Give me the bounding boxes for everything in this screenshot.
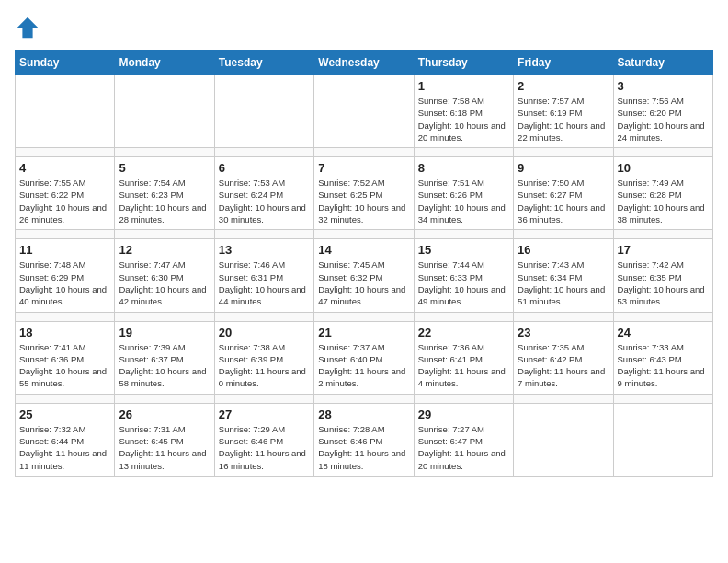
day-info: Sunrise: 7:50 AM Sunset: 6:27 PM Dayligh… (518, 177, 609, 225)
day-number: 2 (518, 79, 609, 93)
day-number: 8 (418, 161, 509, 175)
day-info: Sunrise: 7:46 AM Sunset: 6:31 PM Dayligh… (219, 259, 310, 307)
calendar-cell: 3Sunrise: 7:56 AM Sunset: 6:20 PM Daylig… (613, 75, 712, 148)
day-number: 5 (119, 161, 210, 175)
day-number: 24 (618, 326, 709, 339)
day-info: Sunrise: 7:27 AM Sunset: 6:47 PM Dayligh… (418, 423, 509, 472)
week-row-2: 4Sunrise: 7:55 AM Sunset: 6:22 PM Daylig… (16, 157, 713, 230)
day-number: 25 (19, 408, 110, 421)
calendar-cell: 28Sunrise: 7:28 AM Sunset: 6:46 PM Dayli… (314, 403, 414, 476)
calendar: SundayMondayTuesdayWednesdayThursdayFrid… (15, 50, 713, 477)
day-info: Sunrise: 7:53 AM Sunset: 6:24 PM Dayligh… (219, 177, 310, 225)
separator-row (16, 148, 713, 157)
header (15, 15, 713, 40)
logo (15, 15, 44, 40)
calendar-cell: 1Sunrise: 7:58 AM Sunset: 6:18 PM Daylig… (414, 75, 513, 148)
separator-row (16, 312, 713, 321)
calendar-cell: 15Sunrise: 7:44 AM Sunset: 6:33 PM Dayli… (414, 239, 513, 312)
day-info: Sunrise: 7:54 AM Sunset: 6:23 PM Dayligh… (119, 177, 210, 225)
calendar-cell: 25Sunrise: 7:32 AM Sunset: 6:44 PM Dayli… (16, 403, 115, 476)
calendar-cell: 20Sunrise: 7:38 AM Sunset: 6:39 PM Dayli… (214, 321, 313, 394)
day-number: 22 (418, 326, 509, 339)
day-number: 15 (418, 243, 509, 257)
day-number: 12 (119, 243, 210, 257)
week-row-1: 1Sunrise: 7:58 AM Sunset: 6:18 PM Daylig… (16, 75, 713, 148)
day-number: 16 (518, 243, 609, 257)
week-row-5: 25Sunrise: 7:32 AM Sunset: 6:44 PM Dayli… (16, 403, 713, 476)
day-number: 9 (518, 161, 609, 175)
day-number: 29 (418, 408, 509, 421)
week-row-3: 11Sunrise: 7:48 AM Sunset: 6:29 PM Dayli… (16, 239, 713, 312)
day-info: Sunrise: 7:58 AM Sunset: 6:18 PM Dayligh… (418, 95, 509, 144)
calendar-cell (16, 75, 115, 148)
calendar-cell: 23Sunrise: 7:35 AM Sunset: 6:42 PM Dayli… (514, 321, 613, 394)
day-info: Sunrise: 7:42 AM Sunset: 6:35 PM Dayligh… (618, 259, 709, 307)
calendar-cell: 24Sunrise: 7:33 AM Sunset: 6:43 PM Dayli… (613, 321, 712, 394)
weekday-saturday: Saturday (613, 51, 712, 75)
calendar-cell (115, 75, 214, 148)
calendar-cell: 7Sunrise: 7:52 AM Sunset: 6:25 PM Daylig… (314, 157, 414, 230)
weekday-thursday: Thursday (414, 51, 513, 75)
day-info: Sunrise: 7:52 AM Sunset: 6:25 PM Dayligh… (318, 177, 409, 225)
day-number: 13 (219, 243, 310, 257)
calendar-cell: 16Sunrise: 7:43 AM Sunset: 6:34 PM Dayli… (514, 239, 613, 312)
day-number: 26 (119, 408, 210, 421)
weekday-sunday: Sunday (16, 51, 115, 75)
calendar-cell: 29Sunrise: 7:27 AM Sunset: 6:47 PM Dayli… (414, 403, 513, 476)
calendar-cell: 5Sunrise: 7:54 AM Sunset: 6:23 PM Daylig… (115, 157, 214, 230)
day-info: Sunrise: 7:43 AM Sunset: 6:34 PM Dayligh… (518, 259, 609, 307)
calendar-cell: 22Sunrise: 7:36 AM Sunset: 6:41 PM Dayli… (414, 321, 513, 394)
day-number: 20 (219, 326, 310, 339)
day-number: 23 (518, 326, 609, 339)
day-info: Sunrise: 7:38 AM Sunset: 6:39 PM Dayligh… (219, 341, 310, 390)
day-info: Sunrise: 7:51 AM Sunset: 6:26 PM Dayligh… (418, 177, 509, 225)
day-info: Sunrise: 7:44 AM Sunset: 6:33 PM Dayligh… (418, 259, 509, 307)
day-number: 28 (318, 408, 409, 421)
day-number: 6 (219, 161, 310, 175)
day-number: 4 (19, 161, 110, 175)
calendar-cell (214, 75, 313, 148)
calendar-cell: 17Sunrise: 7:42 AM Sunset: 6:35 PM Dayli… (613, 239, 712, 312)
calendar-cell (314, 75, 414, 148)
weekday-tuesday: Tuesday (214, 51, 313, 75)
logo-icon (15, 15, 40, 40)
calendar-cell: 4Sunrise: 7:55 AM Sunset: 6:22 PM Daylig… (16, 157, 115, 230)
day-number: 17 (618, 243, 709, 257)
day-number: 14 (318, 243, 409, 257)
calendar-cell: 13Sunrise: 7:46 AM Sunset: 6:31 PM Dayli… (214, 239, 313, 312)
day-info: Sunrise: 7:28 AM Sunset: 6:46 PM Dayligh… (318, 423, 409, 472)
day-number: 3 (618, 79, 709, 93)
day-info: Sunrise: 7:37 AM Sunset: 6:40 PM Dayligh… (318, 341, 409, 390)
calendar-cell: 10Sunrise: 7:49 AM Sunset: 6:28 PM Dayli… (613, 157, 712, 230)
calendar-cell: 19Sunrise: 7:39 AM Sunset: 6:37 PM Dayli… (115, 321, 214, 394)
day-number: 19 (119, 326, 210, 339)
day-number: 11 (19, 243, 110, 257)
day-info: Sunrise: 7:32 AM Sunset: 6:44 PM Dayligh… (19, 423, 110, 472)
weekday-friday: Friday (514, 51, 613, 75)
day-number: 1 (418, 79, 509, 93)
calendar-cell (514, 403, 613, 476)
day-info: Sunrise: 7:56 AM Sunset: 6:20 PM Dayligh… (618, 95, 709, 144)
day-number: 27 (219, 408, 310, 421)
calendar-cell: 12Sunrise: 7:47 AM Sunset: 6:30 PM Dayli… (115, 239, 214, 312)
day-number: 10 (618, 161, 709, 175)
weekday-header: SundayMondayTuesdayWednesdayThursdayFrid… (16, 51, 713, 75)
calendar-cell: 14Sunrise: 7:45 AM Sunset: 6:32 PM Dayli… (314, 239, 414, 312)
day-info: Sunrise: 7:29 AM Sunset: 6:46 PM Dayligh… (219, 423, 310, 472)
calendar-cell: 27Sunrise: 7:29 AM Sunset: 6:46 PM Dayli… (214, 403, 313, 476)
day-info: Sunrise: 7:49 AM Sunset: 6:28 PM Dayligh… (618, 177, 709, 225)
weekday-monday: Monday (115, 51, 214, 75)
calendar-cell: 21Sunrise: 7:37 AM Sunset: 6:40 PM Dayli… (314, 321, 414, 394)
week-row-4: 18Sunrise: 7:41 AM Sunset: 6:36 PM Dayli… (16, 321, 713, 394)
day-info: Sunrise: 7:48 AM Sunset: 6:29 PM Dayligh… (19, 259, 110, 307)
day-info: Sunrise: 7:45 AM Sunset: 6:32 PM Dayligh… (318, 259, 409, 307)
calendar-cell: 9Sunrise: 7:50 AM Sunset: 6:27 PM Daylig… (514, 157, 613, 230)
day-info: Sunrise: 7:39 AM Sunset: 6:37 PM Dayligh… (119, 341, 210, 390)
day-info: Sunrise: 7:47 AM Sunset: 6:30 PM Dayligh… (119, 259, 210, 307)
calendar-cell: 8Sunrise: 7:51 AM Sunset: 6:26 PM Daylig… (414, 157, 513, 230)
calendar-cell: 18Sunrise: 7:41 AM Sunset: 6:36 PM Dayli… (16, 321, 115, 394)
calendar-cell: 6Sunrise: 7:53 AM Sunset: 6:24 PM Daylig… (214, 157, 313, 230)
day-info: Sunrise: 7:36 AM Sunset: 6:41 PM Dayligh… (418, 341, 509, 390)
day-number: 7 (318, 161, 409, 175)
day-info: Sunrise: 7:55 AM Sunset: 6:22 PM Dayligh… (19, 177, 110, 225)
